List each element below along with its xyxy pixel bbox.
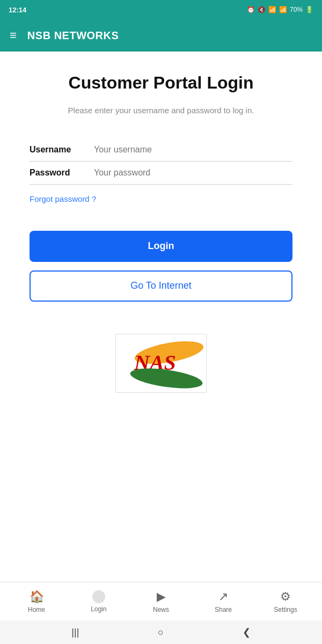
android-home-button[interactable]: ○ [158, 627, 164, 638]
nav-item-settings[interactable]: ⚙ Settings [254, 590, 317, 613]
nav-label-share: Share [215, 606, 232, 613]
share-icon: ↗ [218, 590, 228, 604]
nav-label-settings: Settings [274, 606, 297, 613]
page-title: Customer Portal Login [69, 73, 254, 93]
username-input[interactable] [94, 145, 292, 155]
home-icon: 🏠 [30, 590, 44, 604]
menu-icon[interactable]: ≡ [10, 28, 17, 42]
go-to-internet-button[interactable]: Go To Internet [30, 270, 292, 302]
nav-item-home[interactable]: 🏠 Home [5, 590, 68, 613]
nav-label-login: Login [91, 605, 106, 613]
nas-logo: NAS [115, 334, 207, 393]
status-icons: ⏰ 🔇 📶 📶 70% 🔋 [247, 6, 313, 13]
login-circle-icon [92, 590, 105, 603]
main-content: Customer Portal Login Please enter your … [0, 52, 322, 582]
battery-icon: 🔋 [305, 6, 313, 13]
news-icon: ▶ [157, 590, 166, 604]
password-row: Password [30, 162, 292, 185]
battery-text: 70% [290, 6, 303, 13]
page-subtitle: Please enter your username and password … [68, 105, 254, 117]
nav-item-share[interactable]: ↗ Share [192, 590, 254, 613]
password-label: Password [30, 168, 94, 178]
android-back-button[interactable]: ❮ [243, 626, 251, 638]
nav-label-home: Home [28, 606, 45, 613]
app-bar-title: NSB NETWORKS [27, 30, 119, 42]
app-bar: ≡ NSB NETWORKS [0, 19, 322, 52]
mute-icon: 🔇 [258, 6, 266, 13]
nav-label-news: News [153, 606, 169, 613]
forgot-password-link[interactable]: Forgot password ? [30, 194, 96, 203]
login-form: Username Password Forgot password ? Logi… [30, 138, 292, 302]
android-nav-bar: ||| ○ ❮ [0, 620, 322, 644]
wifi-icon: 📶 [268, 6, 276, 13]
logo-area: NAS [115, 334, 207, 393]
nav-item-news[interactable]: ▶ News [130, 590, 192, 613]
settings-icon: ⚙ [280, 590, 291, 604]
android-recent-button[interactable]: ||| [71, 627, 79, 638]
status-bar: 12:14 ⏰ 🔇 📶 📶 70% 🔋 [0, 0, 322, 19]
username-label: Username [30, 145, 94, 155]
nas-logo-svg: NAS [118, 336, 204, 390]
login-button[interactable]: Login [30, 231, 292, 262]
status-time: 12:14 [9, 6, 26, 14]
password-input[interactable] [94, 168, 292, 178]
bottom-nav: 🏠 Home Login ▶ News ↗ Share ⚙ Settings [0, 582, 322, 620]
signal-icon: 📶 [279, 6, 287, 13]
username-row: Username [30, 138, 292, 162]
nav-item-login[interactable]: Login [68, 590, 130, 613]
alarm-icon: ⏰ [247, 6, 255, 13]
